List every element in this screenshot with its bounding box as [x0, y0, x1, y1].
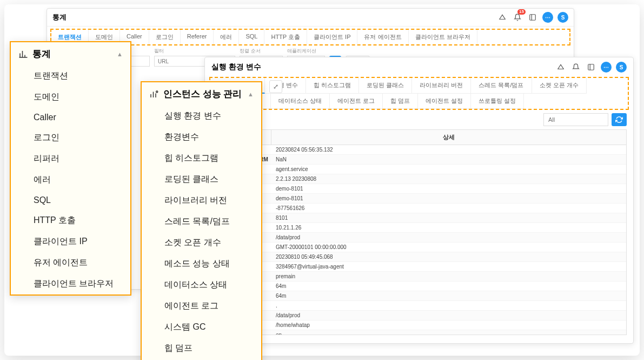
tab-throttling[interactable]: 쓰로틀링 설정: [471, 94, 524, 109]
dropdown-item[interactable]: 데이터소스 상태: [142, 274, 261, 296]
table-row[interactable]: -Xmx64m: [212, 282, 626, 291]
filter-label-app: 애플리케이션: [287, 48, 325, 55]
row-value: 64m: [271, 291, 626, 300]
table-row[interactable]: whatap.home/data/prod: [212, 233, 626, 243]
dropdown-item[interactable]: 소켓 오픈 개수: [142, 232, 261, 253]
expand-icon[interactable]: ⤢: [269, 80, 282, 93]
tab-referer[interactable]: Referer: [181, 30, 214, 44]
row-value: /home/whatap: [271, 320, 626, 330]
dropdown-item[interactable]: 도메인: [11, 87, 130, 108]
dropdown-item[interactable]: 스레드 목록/덤프: [142, 211, 261, 232]
table-row[interactable]: whatap.port8101: [212, 213, 626, 223]
table-row[interactable]: user.languageen: [212, 330, 626, 335]
table-row[interactable]: whatap.boot.time20230824 05:56:35.132: [212, 145, 626, 155]
tab-sql[interactable]: SQL: [239, 30, 264, 44]
dropdown-item[interactable]: 클라이언트 브라우저: [11, 273, 130, 294]
tab-loaded-classes[interactable]: 로딩된 클래스: [359, 78, 412, 94]
page-title: 실행 환경 변수: [211, 62, 261, 72]
user-avatar[interactable]: S: [557, 12, 568, 23]
dropdown-item[interactable]: 리퍼러: [11, 148, 130, 169]
dropdown-item[interactable]: 시스템 GC: [142, 317, 261, 338]
env-table: 이름 상세 whatap.boot.time20230824 05:56:35.…: [211, 129, 627, 335]
dropdown-item[interactable]: 힙 덤프: [142, 338, 261, 359]
row-value: -877561626: [271, 204, 626, 213]
table-row[interactable]: whatap.containeragent.service: [212, 165, 626, 174]
refresh-button[interactable]: [612, 113, 627, 126]
tab-datasource[interactable]: 데이터소스 상태: [271, 94, 330, 109]
dropdown-title: 통계: [32, 48, 51, 60]
table-row[interactable]: user.home/home/whatap: [212, 320, 626, 330]
dropdown-item[interactable]: 클라이언트 IP: [11, 231, 130, 252]
table-row[interactable]: whatap.oid-877561626: [212, 204, 626, 213]
table-row[interactable]: whatap.ip10.21.1.26: [212, 223, 626, 233]
more-menu[interactable]: ⋯: [542, 12, 553, 23]
user-avatar[interactable]: S: [616, 62, 627, 73]
table-row[interactable]: -Xms64m: [212, 291, 626, 301]
tab-user-agent[interactable]: 유저 에이전트: [357, 30, 408, 44]
tab-agent-log[interactable]: 에이전트 로그: [330, 94, 383, 109]
dropdown-item[interactable]: 유저 에이전트: [11, 252, 130, 273]
tab-agent-config[interactable]: 에이전트 설정: [418, 94, 471, 109]
tab-http[interactable]: HTTP 호출: [264, 30, 307, 44]
dropdown-item[interactable]: 트랜잭션: [11, 66, 130, 87]
dropdown-item[interactable]: 로그인: [11, 127, 130, 148]
search-input[interactable]: [543, 113, 608, 126]
table-row[interactable]: java.start20230810 05:49:45.068: [212, 252, 626, 262]
dropdown-item[interactable]: 에러: [11, 169, 130, 191]
row-value: premain: [271, 272, 626, 281]
dropdown-item[interactable]: 로딩된 클래스: [142, 169, 261, 190]
tab-heap-dump[interactable]: 힙 덤프: [383, 94, 418, 109]
row-value: NaN: [271, 155, 626, 164]
row-value: en: [271, 330, 626, 335]
dropdown-item[interactable]: 실행 환경 변수: [142, 106, 261, 127]
dropdown-title: 인스턴스 성능 관리: [163, 88, 242, 100]
panel-icon[interactable]: [586, 62, 596, 73]
statistics-dropdown: 통계 ▲ 트랜잭션도메인Caller로그인리퍼러에러SQLHTTP 호출클라이언…: [10, 41, 131, 296]
row-value: 10.21.1.26: [271, 223, 626, 232]
panel-icon[interactable]: [527, 12, 538, 23]
row-value: 3284967@virtual-java-agent: [271, 262, 626, 271]
tab-browser[interactable]: 클라이언트 브라우저: [409, 30, 477, 44]
row-value: demo-8101: [271, 194, 626, 203]
tab-error[interactable]: 에러: [214, 30, 239, 44]
chevron-up-icon[interactable]: ▲: [248, 91, 254, 97]
dropdown-item[interactable]: 힙 히스토그램: [142, 148, 261, 169]
notification-icon[interactable]: [570, 62, 581, 73]
table-row[interactable]: catalina.base.: [212, 301, 626, 311]
table-row[interactable]: java.name3284967@virtual-java-agent: [212, 262, 626, 272]
dropdown-item[interactable]: HTTP 호출: [11, 210, 130, 231]
table-row[interactable]: whatap.namedemo-8101: [212, 184, 626, 194]
dropdown-item[interactable]: 라이브러리 버전: [142, 190, 261, 211]
theme-icon[interactable]: [555, 62, 566, 73]
tab-login[interactable]: 로그인: [149, 30, 181, 44]
chevron-up-icon[interactable]: ▲: [117, 51, 123, 57]
table-row[interactable]: uptimeGMT-20000101 00:00:00.000: [212, 243, 626, 252]
table-row[interactable]: user.dir/data/prod: [212, 311, 626, 320]
bar-chart-icon: [18, 49, 28, 59]
dropdown-item[interactable]: 에이전트 로그: [142, 296, 261, 317]
dropdown-item[interactable]: 메소드 성능 상태: [142, 253, 261, 274]
tab-socket-open[interactable]: 소켓 오픈 개수: [532, 78, 587, 94]
col-header-detail: 상세: [271, 130, 626, 145]
instance-dropdown: 인스턴스 성능 관리 ▲ 실행 환경 변수환경변수힙 히스토그램로딩된 클래스라…: [141, 81, 262, 360]
tab-heap-hist[interactable]: 힙 히스토그램: [306, 78, 359, 94]
dropdown-item[interactable]: 환경변수: [142, 127, 261, 148]
row-value: agent.service: [271, 165, 626, 174]
notification-icon[interactable]: 15: [512, 12, 523, 23]
dropdown-item[interactable]: Caller: [11, 108, 130, 127]
tab-thread-dump[interactable]: 스레드 목록/덤프: [471, 78, 532, 94]
tab-lib-version[interactable]: 라이브러리 버전: [412, 78, 471, 94]
more-menu[interactable]: ⋯: [601, 62, 612, 73]
table-row[interactable]: whatap.onamedemo-8101: [212, 194, 626, 204]
theme-icon[interactable]: [497, 12, 508, 23]
row-value: 2.2.13 20230808: [271, 174, 626, 184]
gauge-icon: [149, 89, 159, 99]
row-value: GMT-20000101 00:00:00.000: [271, 243, 626, 252]
table-row[interactable]: whatap.version2.2.13 20230808: [212, 174, 626, 184]
row-value: 20230824 05:56:35.132: [271, 145, 626, 154]
filter-label-sort: 정렬 순서: [240, 48, 283, 55]
table-row[interactable]: CLOUD_PLATFORMNaN: [212, 155, 626, 165]
tab-client-ip[interactable]: 클라이언트 IP: [307, 30, 357, 44]
dropdown-item[interactable]: SQL: [11, 191, 130, 210]
table-row[interactable]: whatap.boot.startpremain: [212, 272, 626, 282]
